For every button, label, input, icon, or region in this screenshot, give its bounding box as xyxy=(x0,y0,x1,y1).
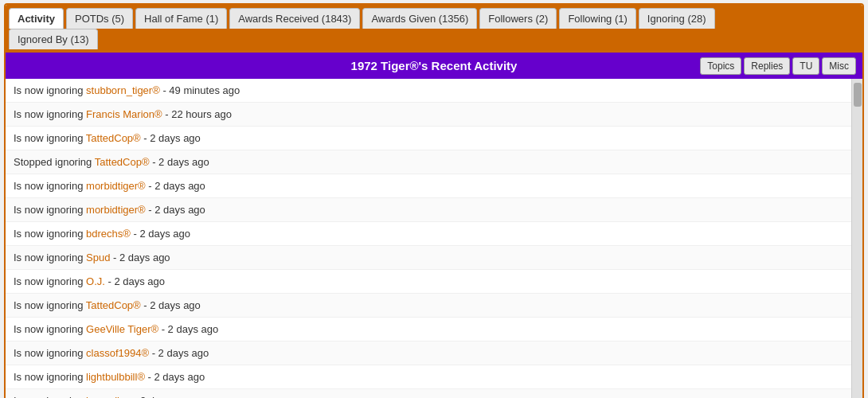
activity-suffix: - 2 days ago xyxy=(158,323,218,335)
activity-prefix: Is now ignoring xyxy=(14,132,86,144)
tab-awards-given-(1356)[interactable]: Awards Given (1356) xyxy=(362,8,477,29)
user-link[interactable]: morbidtiger® xyxy=(86,180,146,192)
activity-row: Is now ignoring lightbulbbill® - 2 days … xyxy=(6,365,851,389)
activity-prefix: Is now ignoring xyxy=(14,252,86,263)
activity-prefix: Stopped ignoring xyxy=(14,156,95,168)
activity-list: Is now ignoring stubborn_tiger® - 49 min… xyxy=(6,79,851,398)
activity-row: Is now ignoring O.J. - 2 days ago xyxy=(6,270,851,294)
activity-row: Is now ignoring Spud - 2 days ago xyxy=(6,246,851,270)
user-link[interactable]: GeeVille Tiger® xyxy=(86,323,158,335)
misc-button[interactable]: Misc xyxy=(822,57,856,75)
user-link[interactable]: bdrechs® xyxy=(86,228,131,240)
user-link[interactable]: lightbulbbill® xyxy=(86,371,145,383)
activity-prefix: Is now ignoring xyxy=(14,108,86,120)
tab-following-(1)[interactable]: Following (1) xyxy=(559,8,635,29)
user-link[interactable]: TattedCop® xyxy=(95,156,150,168)
activity-row: Is now ignoring classof1994® - 2 days ag… xyxy=(6,341,851,365)
activity-row: Is now ignoring TattedCop® - 2 days ago xyxy=(6,127,851,150)
user-link[interactable]: Francis Marion® xyxy=(86,108,162,120)
activity-suffix: - 2 days ago xyxy=(146,204,205,216)
tab-ignored-by-(13)[interactable]: Ignored By (13) xyxy=(9,29,98,49)
bottom-tab-bar: Ignored By (13) xyxy=(6,29,862,53)
scrollbar-thumb[interactable] xyxy=(854,83,862,107)
activity-suffix: - 2 days ago xyxy=(149,347,209,359)
tab-awards-received-(1843)[interactable]: Awards Received (1843) xyxy=(229,8,360,29)
scrollbar[interactable] xyxy=(851,79,862,398)
header-buttons: TopicsRepliesTUMisc xyxy=(700,57,856,75)
content-with-scrollbar: Is now ignoring stubborn_tiger® - 49 min… xyxy=(6,79,862,398)
activity-suffix: - 2 days ago xyxy=(141,299,201,311)
activity-prefix: Is now ignoring xyxy=(14,180,86,192)
user-link[interactable]: TattedCop® xyxy=(86,299,141,311)
tu-button[interactable]: TU xyxy=(792,57,819,75)
activity-suffix: - 2 days ago xyxy=(150,156,209,168)
tab-ignoring-(28)[interactable]: Ignoring (28) xyxy=(639,8,715,29)
activity-suffix: - 49 minutes ago xyxy=(160,84,240,96)
activity-suffix: - 2 days ago xyxy=(110,252,170,263)
activity-prefix: Is now ignoring xyxy=(14,84,86,96)
activity-prefix: Is now ignoring xyxy=(14,204,86,216)
activity-suffix: - 2 days ago xyxy=(146,180,205,192)
tab-hall-of-fame-(1)[interactable]: Hall of Fame (1) xyxy=(135,8,227,29)
activity-prefix: Is now ignoring xyxy=(14,395,86,398)
user-link[interactable]: bengaline xyxy=(86,395,131,398)
activity-row: Is now ignoring stubborn_tiger® - 49 min… xyxy=(6,79,851,103)
activity-row: Stopped ignoring TattedCop® - 2 days ago xyxy=(6,150,851,174)
user-link[interactable]: classof1994® xyxy=(86,347,149,359)
activity-suffix: - 2 days ago xyxy=(145,371,205,383)
activity-prefix: Is now ignoring xyxy=(14,347,86,359)
activity-suffix: - 2 days ago xyxy=(105,275,165,287)
user-link[interactable]: stubborn_tiger® xyxy=(86,84,160,96)
activity-prefix: Is now ignoring xyxy=(14,299,86,311)
activity-row: Is now ignoring Francis Marion® - 22 hou… xyxy=(6,103,851,127)
activity-suffix: - 2 days ago xyxy=(131,228,190,240)
tab-activity[interactable]: Activity xyxy=(9,8,64,29)
user-link[interactable]: morbidtiger® xyxy=(86,204,146,216)
activity-row: Is now ignoring TattedCop® - 2 days ago xyxy=(6,294,851,318)
top-tab-bar: ActivityPOTDs (5)Hall of Fame (1)Awards … xyxy=(6,5,862,29)
main-container: ActivityPOTDs (5)Hall of Fame (1)Awards … xyxy=(4,3,864,398)
activity-prefix: Is now ignoring xyxy=(14,371,86,383)
user-link[interactable]: TattedCop® xyxy=(86,132,141,144)
activity-row: Is now ignoring bengaline - 2 days ago xyxy=(6,389,851,398)
activity-row: Is now ignoring GeeVille Tiger® - 2 days… xyxy=(6,318,851,341)
section-header: 1972 Tiger®'s Recent Activity TopicsRepl… xyxy=(6,53,862,79)
user-link[interactable]: O.J. xyxy=(86,275,105,287)
activity-prefix: Is now ignoring xyxy=(14,228,86,240)
tab-potds-(5)[interactable]: POTDs (5) xyxy=(66,8,133,29)
activity-suffix: - 2 days ago xyxy=(131,395,190,398)
activity-row: Is now ignoring morbidtiger® - 2 days ag… xyxy=(6,198,851,222)
activity-row: Is now ignoring bdrechs® - 2 days ago xyxy=(6,222,851,246)
activity-row: Is now ignoring morbidtiger® - 2 days ag… xyxy=(6,174,851,198)
topics-button[interactable]: Topics xyxy=(700,57,741,75)
activity-prefix: Is now ignoring xyxy=(14,275,86,287)
user-link[interactable]: Spud xyxy=(86,252,110,263)
replies-button[interactable]: Replies xyxy=(744,57,790,75)
tab-followers-(2)[interactable]: Followers (2) xyxy=(479,8,557,29)
activity-suffix: - 22 hours ago xyxy=(162,108,232,120)
activity-prefix: Is now ignoring xyxy=(14,323,86,335)
activity-suffix: - 2 days ago xyxy=(141,132,201,144)
